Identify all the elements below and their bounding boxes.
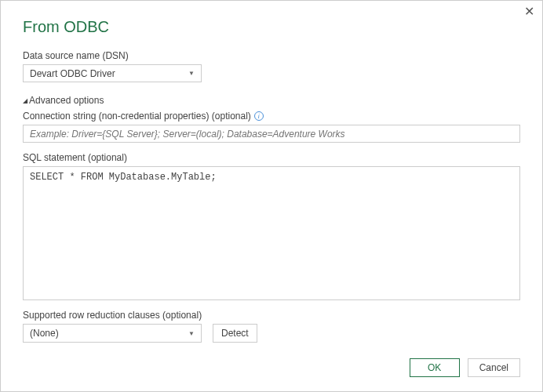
row-reduction-select[interactable]: (None) ▼	[23, 324, 202, 343]
advanced-options-label: Advanced options	[29, 95, 104, 106]
close-icon: ✕	[524, 5, 534, 18]
caret-down-icon: ◢	[23, 97, 27, 104]
dsn-label: Data source name (DSN)	[23, 50, 520, 61]
connection-string-input[interactable]	[23, 125, 520, 143]
sql-statement-textarea[interactable]	[23, 166, 520, 300]
detect-button[interactable]: Detect	[213, 324, 257, 343]
dialog-title: From ODBC	[23, 18, 520, 36]
row-reduction-label: Supported row reduction clauses (optiona…	[23, 310, 520, 321]
sql-statement-label: SQL statement (optional)	[23, 152, 520, 163]
ok-button[interactable]: OK	[410, 358, 460, 377]
row-reduction-value: (None)	[30, 328, 188, 339]
advanced-options-toggle[interactable]: ◢ Advanced options	[23, 95, 520, 106]
cancel-button[interactable]: Cancel	[468, 358, 520, 377]
dialog-footer: OK Cancel	[23, 343, 520, 377]
dialog-content: From ODBC Data source name (DSN) Devart …	[1, 1, 542, 391]
connection-string-label: Connection string (non-credential proper…	[23, 111, 520, 122]
chevron-down-icon: ▼	[188, 70, 195, 77]
info-icon[interactable]: i	[254, 111, 264, 121]
dsn-select-value: Devart ODBC Driver	[30, 68, 188, 79]
dsn-select[interactable]: Devart ODBC Driver ▼	[23, 64, 202, 82]
chevron-down-icon: ▼	[188, 330, 195, 337]
close-button[interactable]: ✕	[524, 5, 534, 18]
